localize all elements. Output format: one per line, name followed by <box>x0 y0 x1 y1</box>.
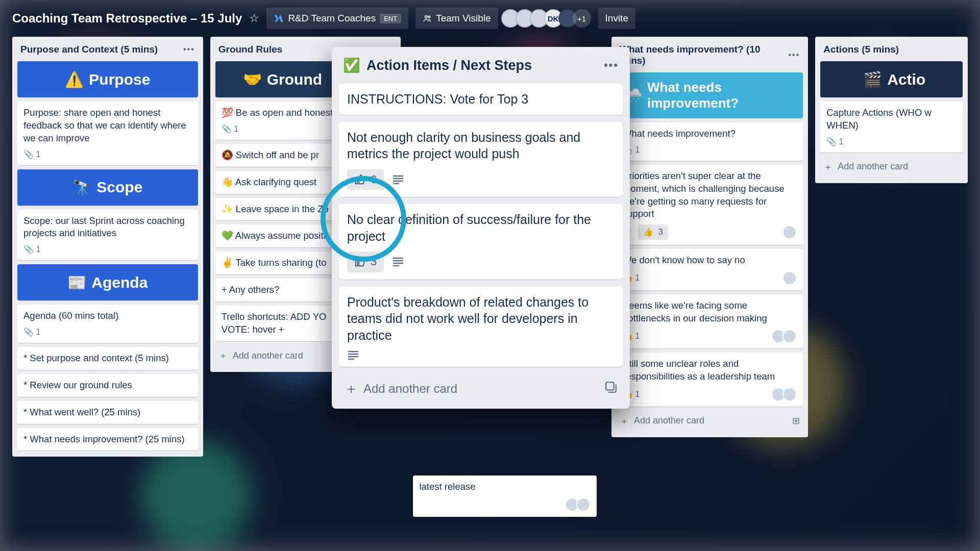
popup-menu-icon[interactable]: ••• <box>604 59 619 72</box>
add-card-label: Add another card <box>634 415 704 426</box>
list-title[interactable]: Purpose and Context (5 mins) <box>20 44 158 55</box>
ent-badge: ENT <box>380 14 401 23</box>
card[interactable]: Seems like we're facing some bottlenecks… <box>617 294 803 348</box>
avatar <box>782 387 797 402</box>
attachment-icon: 📎 1 <box>222 123 238 135</box>
add-card-button[interactable]: ＋Add another card <box>820 157 963 177</box>
card[interactable]: Scope: our last Sprint across coaching p… <box>17 210 198 261</box>
vote-badge[interactable]: 6 <box>347 169 384 190</box>
card[interactable]: * What needs improvement? (25 mins) <box>17 428 198 451</box>
card[interactable]: We don't know how to say no 👍 1 <box>617 249 803 290</box>
invite-button[interactable]: Invite <box>598 8 635 29</box>
description-icon <box>347 350 359 360</box>
plus-icon: ＋ <box>218 349 228 362</box>
card-text: Scope: our last Sprint across coaching p… <box>23 215 192 240</box>
card[interactable]: latest release <box>413 475 597 517</box>
header-card-purpose[interactable]: ⚠️ Purpose <box>17 61 198 97</box>
svg-point-0 <box>425 16 428 18</box>
card-text: No clear definition of success/failure f… <box>347 211 615 244</box>
board-topbar: Coaching Team Retrospective – 15 July ☆ … <box>12 0 968 37</box>
template-icon[interactable] <box>604 381 618 397</box>
thumbs-up-icon <box>354 174 365 185</box>
avatar <box>782 225 797 239</box>
popup-list: ✅Action Items / Next Steps ••• INSTRUCTI… <box>332 47 630 409</box>
list-menu-icon[interactable]: ••• <box>183 45 195 54</box>
card-text: Still some unclear roles and responsibil… <box>623 358 797 383</box>
list-title[interactable]: Actions (5 mins) <box>823 44 899 55</box>
card[interactable]: * What went well? (25 mins) <box>17 401 198 424</box>
visibility-button[interactable]: Team Visible <box>415 8 498 29</box>
avatar-stack[interactable]: DK +1 <box>505 9 591 28</box>
card[interactable]: * Set purpose and context (5 mins) <box>17 347 198 370</box>
card[interactable]: * Review our ground rules <box>17 374 198 397</box>
description-icon <box>392 175 404 184</box>
header-card-label: What needs improvement? <box>647 80 794 111</box>
card-text: What needs improvement? <box>623 128 797 140</box>
header-card-agenda[interactable]: 📰 Agenda <box>17 264 198 300</box>
list-menu-icon[interactable]: ••• <box>788 51 800 60</box>
card-text: Not enough clarity on business goals and… <box>347 129 615 162</box>
card-text: Purpose: share open and honest feedback … <box>23 107 192 145</box>
card[interactable]: Purpose: share open and honest feedback … <box>17 102 198 165</box>
list-purpose: Purpose and Context (5 mins) ••• ⚠️ Purp… <box>12 37 203 457</box>
atlassian-icon <box>274 13 284 23</box>
card-text: latest release <box>419 481 591 493</box>
list-improvement: What needs improvement? (10 mins) ••• 🌧️… <box>611 37 808 437</box>
popup-card[interactable]: Product's breakdown of related changes t… <box>339 287 623 367</box>
card-text: Priorities aren't super clear at the mom… <box>623 170 797 221</box>
plus-icon: ＋ <box>823 161 832 173</box>
visibility-label: Team Visible <box>436 13 491 24</box>
vote-badge[interactable]: 👍 3 <box>638 224 668 240</box>
card-text: Product's breakdown of related changes t… <box>347 294 615 344</box>
card[interactable]: Priorities aren't super clear at the mom… <box>617 165 803 245</box>
vote-badge[interactable]: 3 <box>347 252 384 272</box>
team-button[interactable]: R&D Team Coaches ENT <box>266 8 408 29</box>
board-title[interactable]: Coaching Team Retrospective – 15 July <box>12 11 242 26</box>
add-card-button[interactable]: ＋Add another card⊞ <box>617 411 803 431</box>
plus-icon: ＋ <box>344 379 358 398</box>
avatar-overflow[interactable]: +1 <box>573 9 591 28</box>
header-card-improvement[interactable]: 🌧️ What needs improvement? <box>617 72 803 118</box>
attachment-icon: 📎 1 <box>23 244 40 255</box>
attachment-icon: 📎 1 <box>23 327 40 338</box>
card[interactable]: Still some unclear roles and responsibil… <box>617 353 803 407</box>
header-card-label: Scope <box>96 179 142 196</box>
template-icon[interactable]: ⊞ <box>792 415 800 427</box>
card[interactable]: Agenda (60 mins total) 📎 1 <box>17 305 198 343</box>
popup-card[interactable]: INSTRUCTIONS: Vote for Top 3 <box>339 84 623 115</box>
card[interactable]: Capture Actions (WHO w WHEN) 📎 1 <box>820 102 963 153</box>
list-actions: Actions (5 mins) 🎬 Actio Capture Actions… <box>815 37 968 183</box>
popup-title[interactable]: ✅Action Items / Next Steps <box>343 57 532 73</box>
add-card-label: Add another card <box>233 350 303 361</box>
card-text: Seems like we're facing some bottlenecks… <box>623 299 797 325</box>
avatar <box>782 271 797 285</box>
description-icon <box>392 257 404 266</box>
list-title[interactable]: Ground Rules <box>218 44 283 55</box>
team-label: R&D Team Coaches <box>288 13 376 24</box>
plus-icon: ＋ <box>620 415 629 427</box>
svg-point-1 <box>428 16 430 18</box>
header-card-label: Actio <box>887 71 925 88</box>
thumbs-up-icon <box>354 256 365 267</box>
avatar <box>782 329 797 343</box>
attachment-icon: 📎 1 <box>826 136 843 147</box>
avatar <box>576 497 591 512</box>
header-card-label: Purpose <box>89 71 150 88</box>
header-card-actions[interactable]: 🎬 Actio <box>820 61 963 97</box>
add-card-label: Add another card <box>363 382 457 396</box>
card-text: Capture Actions (WHO w WHEN) <box>826 107 957 132</box>
header-card-scope[interactable]: 🔭 Scope <box>17 169 198 206</box>
add-card-button[interactable]: ＋ Add another card <box>339 374 623 399</box>
svg-rect-2 <box>606 382 614 390</box>
popup-card[interactable]: No clear definition of success/failure f… <box>339 204 623 280</box>
card-text: Agenda (60 mins total) <box>23 310 192 322</box>
people-icon <box>423 14 432 23</box>
star-icon[interactable]: ☆ <box>249 12 259 25</box>
check-icon: ✅ <box>343 57 360 73</box>
list-title[interactable]: What needs improvement? (10 mins) <box>620 44 788 66</box>
popup-card[interactable]: Not enough clarity on business goals and… <box>339 122 623 197</box>
add-card-label: Add another card <box>838 161 908 172</box>
card-text: We don't know how to say no <box>623 254 797 267</box>
card[interactable]: What needs improvement? 📎 1 <box>617 122 803 161</box>
header-card-label: Ground <box>267 71 322 88</box>
